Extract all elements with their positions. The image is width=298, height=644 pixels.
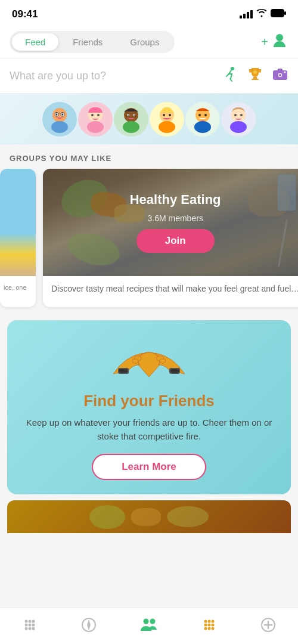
runner-icon[interactable]	[222, 66, 238, 86]
group-members: 3.6M members	[147, 213, 203, 223]
trophy-icon[interactable]	[247, 66, 263, 86]
battery-icon	[271, 9, 286, 20]
tab-feed[interactable]: Feed	[12, 33, 58, 51]
svg-point-72	[211, 627, 214, 630]
group-overlay: Healthy Eating 3.6M members Join	[43, 169, 298, 276]
wifi-icon	[256, 9, 267, 20]
avatar-6[interactable]	[221, 102, 256, 137]
svg-point-50	[28, 620, 31, 623]
svg-point-11	[284, 72, 286, 73]
learn-more-button[interactable]: Learn More	[92, 454, 206, 480]
svg-point-53	[28, 624, 31, 627]
svg-point-71	[207, 627, 210, 630]
avatar-5[interactable]	[185, 102, 220, 137]
svg-point-37	[234, 114, 237, 116]
svg-rect-46	[119, 369, 128, 373]
svg-point-17	[51, 121, 68, 133]
tab-friends[interactable]: Friends	[60, 33, 116, 51]
avatar-strip	[38, 102, 260, 137]
svg-point-63	[150, 619, 155, 624]
add-icon	[260, 617, 277, 633]
plus-icon: +	[261, 35, 268, 49]
dashboard-icon	[21, 617, 38, 633]
bottom-nav-friends[interactable]	[133, 614, 165, 636]
bottom-nav	[0, 608, 298, 644]
partial-left-text: ice, one	[0, 276, 36, 299]
find-friends-description: Keep up on whatever your friends are up …	[7, 416, 291, 443]
groups-scroll: ice, one Healthy Eating 3.6M members J	[0, 169, 298, 314]
bottom-nav-dashboard[interactable]	[14, 614, 45, 636]
svg-point-20	[97, 114, 100, 116]
svg-point-12	[52, 108, 67, 122]
svg-point-57	[32, 627, 35, 630]
search-placeholder[interactable]: What are you up to?	[10, 70, 106, 82]
svg-point-6	[253, 70, 257, 74]
svg-point-55	[24, 627, 27, 630]
status-time: 09:41	[12, 8, 38, 20]
svg-point-66	[211, 620, 214, 623]
svg-point-54	[32, 624, 35, 627]
svg-point-15	[56, 113, 58, 115]
svg-point-69	[211, 624, 214, 627]
svg-point-39	[230, 121, 247, 133]
svg-point-70	[204, 627, 207, 630]
search-bar: What are you up to?	[0, 58, 298, 94]
handshake-illustration	[101, 320, 197, 392]
svg-point-9	[279, 74, 281, 76]
svg-point-26	[134, 114, 135, 116]
camera-icon[interactable]	[272, 66, 288, 86]
food-peek	[7, 500, 291, 533]
add-friend-button[interactable]: +	[261, 32, 288, 53]
svg-point-21	[87, 121, 104, 133]
tab-groups[interactable]: Groups	[117, 33, 172, 51]
challenges-icon	[201, 617, 218, 633]
avatar-3[interactable]	[114, 102, 148, 137]
svg-point-64	[204, 620, 207, 623]
avatar-4[interactable]	[150, 102, 184, 137]
svg-rect-1	[284, 11, 286, 15]
groups-section-title: GROUPS YOU MAY LIKE	[0, 144, 298, 169]
bottom-nav-add[interactable]	[253, 614, 284, 636]
svg-rect-4	[253, 77, 257, 79]
avatar-2[interactable]	[78, 102, 113, 137]
group-card-healthy-eating[interactable]: Healthy Eating 3.6M members Join Discove…	[43, 169, 298, 307]
bottom-nav-explore[interactable]	[73, 614, 104, 636]
svg-point-31	[159, 121, 175, 133]
svg-point-34	[204, 114, 207, 116]
svg-point-2	[276, 34, 283, 41]
join-button[interactable]: Join	[136, 229, 215, 253]
svg-point-19	[91, 114, 94, 116]
avatar-1[interactable]	[42, 102, 77, 137]
svg-point-27	[123, 121, 139, 133]
svg-rect-5	[252, 79, 259, 80]
group-card-partial-left[interactable]: ice, one	[0, 169, 36, 307]
partial-left-image	[0, 169, 36, 276]
svg-point-29	[163, 114, 165, 116]
find-friends-banner: Find your Friends Keep up on whatever yo…	[7, 320, 291, 494]
svg-marker-60	[87, 620, 91, 625]
compass-icon	[80, 617, 97, 633]
svg-point-16	[62, 113, 64, 115]
svg-point-68	[207, 624, 210, 627]
svg-point-56	[28, 627, 31, 630]
svg-point-49	[24, 620, 27, 623]
svg-rect-44	[160, 359, 166, 363]
svg-point-67	[204, 624, 207, 627]
svg-point-38	[240, 114, 243, 116]
svg-point-52	[24, 624, 27, 627]
svg-point-65	[207, 620, 210, 623]
svg-point-51	[32, 620, 35, 623]
bottom-nav-challenges[interactable]	[194, 614, 225, 636]
friends-icon	[140, 617, 158, 633]
signal-icon	[240, 10, 253, 18]
svg-point-33	[198, 114, 201, 116]
nav-bar: Feed Friends Groups +	[0, 26, 298, 58]
status-icons	[240, 9, 286, 20]
avatar-banner	[0, 94, 298, 144]
status-bar: 09:41	[0, 0, 298, 26]
find-friends-title: Find your Friends	[7, 392, 291, 410]
person-icon	[271, 32, 288, 53]
svg-rect-42	[132, 359, 138, 363]
svg-marker-61	[87, 625, 91, 630]
svg-point-30	[169, 114, 171, 116]
